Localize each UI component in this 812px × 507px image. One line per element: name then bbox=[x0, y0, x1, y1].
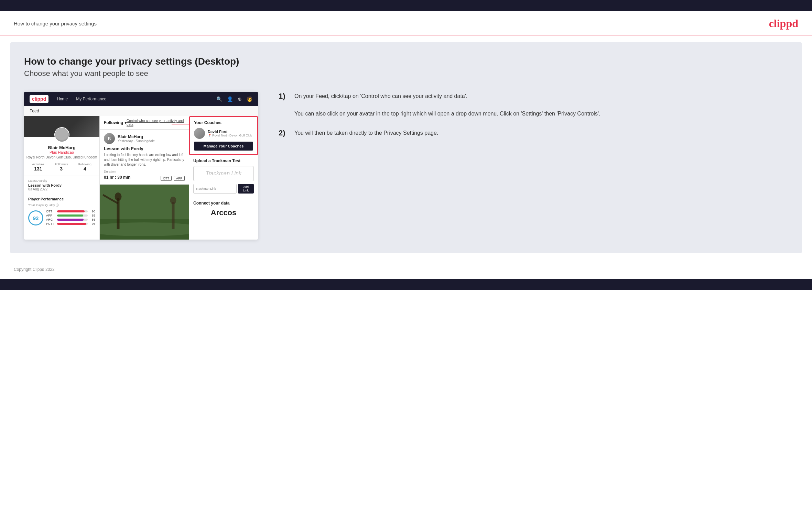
latest-date: 03 Aug 2022 bbox=[28, 187, 95, 191]
metric-ott: OTT 90 bbox=[46, 210, 95, 213]
app-nav: clippd Home My Performance 🔍 👤 ⊕ 🧑 bbox=[24, 92, 258, 106]
metric-putt: PUTT 96 bbox=[46, 222, 95, 225]
player-performance: Player Performance Total Player Quality … bbox=[24, 194, 99, 229]
connect-section: Connect your data Arccos bbox=[189, 197, 258, 221]
post-card: B Blair McHarg Yesterday · Sunningdale L… bbox=[100, 130, 189, 185]
nav-my-performance[interactable]: My Performance bbox=[76, 97, 106, 101]
coach-name: David Ford bbox=[208, 130, 252, 134]
stat-value-following: 4 bbox=[78, 166, 91, 172]
profile-stats: Activities 131 Followers 3 Following 4 bbox=[24, 159, 99, 172]
latest-label: Latest Activity bbox=[28, 179, 95, 183]
coaches-title: Your Coaches bbox=[194, 120, 253, 125]
following-button[interactable]: Following ▾ bbox=[104, 120, 127, 125]
footer: Copyright Clippd 2022 bbox=[0, 260, 812, 279]
trackman-link-box: Trackman Link bbox=[193, 166, 254, 181]
stat-label-activities: Activities bbox=[32, 163, 44, 166]
instruction-2: 2) You will then be taken directly to th… bbox=[279, 129, 788, 137]
following-bar: Following ▾ Control who can see your act… bbox=[100, 116, 189, 130]
post-header: B Blair McHarg Yesterday · Sunningdale bbox=[104, 133, 185, 144]
feed-label: Feed bbox=[30, 109, 39, 113]
instruction-text-1: On your Feed, click/tap on 'Control who … bbox=[294, 92, 600, 118]
stat-label-following: Following bbox=[78, 163, 91, 166]
stat-value-followers: 3 bbox=[55, 166, 68, 172]
metric-app: APP 85 bbox=[46, 214, 95, 217]
app-logo: clippd bbox=[30, 95, 48, 103]
app-body: Blair McHarg Plus Handicap Royal North D… bbox=[24, 116, 258, 240]
stat-followers: Followers 3 bbox=[55, 163, 68, 172]
screenshot-wrapper: clippd Home My Performance 🔍 👤 ⊕ 🧑 Feed bbox=[24, 92, 788, 240]
profile-avatar bbox=[54, 127, 69, 142]
control-link[interactable]: Control who can see your activity and da… bbox=[127, 119, 185, 126]
stat-activities: Activities 131 bbox=[32, 163, 44, 172]
post-avatar: B bbox=[104, 133, 115, 144]
post-description: Looking to feel like my hands are exitin… bbox=[104, 153, 185, 167]
post-title: Lesson with Fordy bbox=[104, 146, 185, 151]
trackman-section: Upload a Trackman Test Trackman Link Add… bbox=[189, 155, 258, 197]
profile-banner bbox=[24, 116, 99, 137]
latest-name: Lesson with Fordy bbox=[28, 183, 95, 187]
quality-circle: 92 bbox=[28, 210, 43, 225]
coaches-section: Your Coaches David Ford 📍 Royal North De… bbox=[190, 117, 257, 154]
breadcrumb: How to change your privacy settings bbox=[14, 21, 97, 26]
post-meta: Yesterday · Sunningdale bbox=[118, 139, 155, 143]
trackman-input-row: Add Link bbox=[193, 184, 254, 194]
bottom-bar bbox=[0, 279, 812, 290]
nav-icons: 🔍 👤 ⊕ 🧑 bbox=[216, 96, 252, 102]
svg-point-7 bbox=[170, 197, 176, 204]
add-link-button[interactable]: Add Link bbox=[238, 184, 254, 194]
feed-bar: Feed bbox=[24, 106, 258, 116]
duration-label: Duration bbox=[104, 170, 185, 173]
svg-rect-6 bbox=[172, 202, 175, 229]
profile-handicap: Plus Handicap bbox=[24, 150, 99, 154]
latest-activity: Latest Activity Lesson with Fordy 03 Aug… bbox=[24, 176, 99, 194]
instruction-number-2: 2) bbox=[279, 129, 289, 137]
logo: clippd bbox=[769, 17, 798, 30]
coach-club: 📍 Royal North Devon Golf Club bbox=[208, 134, 252, 137]
instruction-text-2: You will then be taken directly to the P… bbox=[294, 129, 438, 137]
arccos-brand: Arccos bbox=[193, 208, 254, 217]
svg-point-2 bbox=[100, 222, 189, 236]
metrics: OTT 90 APP 85 ARG bbox=[46, 210, 95, 226]
instruction-1: 1) On your Feed, click/tap on 'Control w… bbox=[279, 92, 788, 118]
coaches-highlight-box: Your Coaches David Ford 📍 Royal North De… bbox=[189, 116, 258, 155]
center-panel: Following ▾ Control who can see your act… bbox=[100, 116, 189, 240]
page-subheading: Choose what you want people to see bbox=[24, 69, 788, 78]
post-user-name: Blair McHarg bbox=[118, 134, 155, 139]
tag-ott: OTT bbox=[161, 176, 172, 181]
trackman-input[interactable] bbox=[193, 184, 237, 194]
instruction-number-1: 1) bbox=[279, 92, 289, 101]
header: How to change your privacy settings clip… bbox=[0, 11, 812, 35]
metric-arg: ARG 86 bbox=[46, 218, 95, 221]
avatar-icon[interactable]: 🧑 bbox=[247, 96, 252, 102]
search-icon[interactable]: 🔍 bbox=[216, 96, 222, 102]
top-bar bbox=[0, 0, 812, 11]
left-panel: Blair McHarg Plus Handicap Royal North D… bbox=[24, 116, 100, 240]
connect-title: Connect your data bbox=[193, 201, 254, 206]
svg-point-4 bbox=[115, 192, 122, 201]
stat-label-followers: Followers bbox=[55, 163, 68, 166]
red-line-indicator bbox=[172, 124, 189, 124]
profile-name: Blair McHarg bbox=[24, 145, 99, 150]
post-duration: 01 hr : 30 min bbox=[104, 175, 130, 180]
stat-following: Following 4 bbox=[78, 163, 91, 172]
coach-avatar bbox=[194, 128, 205, 139]
quality-row: 92 OTT 90 APP bbox=[28, 210, 95, 226]
quality-label: Total Player Quality ⓘ bbox=[28, 203, 95, 208]
app-mockup: clippd Home My Performance 🔍 👤 ⊕ 🧑 Feed bbox=[24, 92, 258, 240]
tag-app: APP bbox=[174, 176, 185, 181]
instructions-panel: 1) On your Feed, click/tap on 'Control w… bbox=[272, 92, 788, 148]
trackman-title: Upload a Trackman Test bbox=[193, 158, 254, 163]
post-tags: OTT APP bbox=[161, 176, 185, 181]
plus-icon[interactable]: ⊕ bbox=[238, 96, 242, 102]
page-heading: How to change your privacy settings (Des… bbox=[24, 56, 788, 67]
profile-card: Blair McHarg Plus Handicap Royal North D… bbox=[24, 116, 99, 176]
coach-row: David Ford 📍 Royal North Devon Golf Club bbox=[194, 128, 253, 139]
main-content: How to change your privacy settings (Des… bbox=[10, 42, 802, 253]
manage-coaches-button[interactable]: Manage Your Coaches bbox=[194, 142, 253, 151]
copyright: Copyright Clippd 2022 bbox=[14, 267, 55, 272]
stat-value-activities: 131 bbox=[32, 166, 44, 172]
profile-club: Royal North Devon Golf Club, United King… bbox=[24, 155, 99, 159]
nav-home[interactable]: Home bbox=[57, 97, 68, 101]
perf-title: Player Performance bbox=[28, 197, 95, 201]
user-icon[interactable]: 👤 bbox=[227, 96, 233, 102]
